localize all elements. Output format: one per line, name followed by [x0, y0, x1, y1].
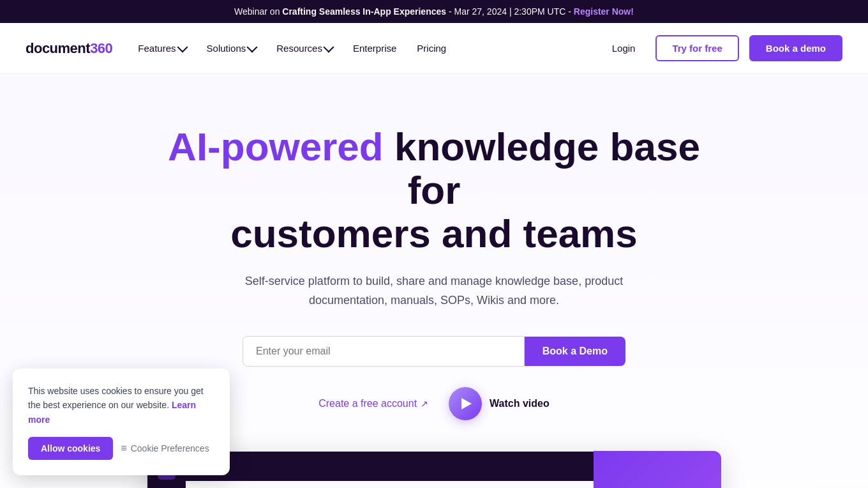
cookie-buttons: Allow cookies ≡ Cookie Preferences — [28, 437, 214, 460]
play-button-circle — [449, 387, 482, 420]
app-preview: ☰ ⊞ ◎ ⚙ ◀ ▶ — [147, 451, 721, 488]
email-input[interactable] — [243, 336, 525, 367]
announcement-bold: Crafting Seamless In-App Experiences — [282, 6, 446, 17]
create-account-link[interactable]: Create a free account ↗ — [318, 398, 428, 409]
book-demo-button[interactable]: Book a demo — [749, 35, 842, 61]
play-icon — [461, 398, 472, 409]
nav-item-pricing[interactable]: Pricing — [417, 43, 446, 54]
navbar: document360 Features Solutions Resources… — [0, 23, 868, 74]
chevron-down-icon — [323, 42, 334, 53]
announcement-bar: Webinar on Crafting Seamless In-App Expe… — [0, 0, 868, 23]
nav-item-features[interactable]: Features — [138, 43, 186, 54]
external-link-icon: ↗ — [421, 399, 428, 409]
cookie-preferences-button[interactable]: ≡ Cookie Preferences — [121, 443, 209, 454]
chevron-down-icon — [177, 42, 188, 53]
navbar-left: document360 Features Solutions Resources… — [26, 40, 446, 57]
announcement-prefix: Webinar on — [234, 6, 280, 17]
login-button[interactable]: Login — [602, 38, 646, 59]
hero-title: AI-powered knowledge base for customers … — [147, 125, 721, 256]
announcement-cta[interactable]: Register Now! — [574, 6, 634, 17]
floating-panel: knowledge base — [594, 451, 721, 488]
cookie-text: This website uses cookies to ensure you … — [28, 384, 214, 427]
nav-item-solutions[interactable]: Solutions — [207, 43, 257, 54]
logo-text: document360 — [26, 40, 112, 57]
cookie-banner: This website uses cookies to ensure you … — [13, 369, 230, 475]
chevron-down-icon — [247, 42, 258, 53]
watch-video-button[interactable]: Watch video — [449, 387, 550, 420]
logo[interactable]: document360 — [26, 40, 112, 57]
book-demo-inline-button[interactable]: Book a Demo — [525, 337, 625, 366]
try-free-button[interactable]: Try for free — [655, 35, 738, 61]
navbar-right: Login Try for free Book a demo — [602, 35, 842, 61]
nav-item-resources[interactable]: Resources — [276, 43, 333, 54]
app-preview-wrapper: ☰ ⊞ ◎ ⚙ ◀ ▶ — [147, 451, 721, 488]
app-layout: ☰ ⊞ ◎ ⚙ ◀ ▶ — [147, 452, 721, 488]
sliders-icon: ≡ — [121, 443, 126, 454]
nav-links: Features Solutions Resources Enterprise … — [138, 43, 446, 54]
nav-item-enterprise[interactable]: Enterprise — [353, 43, 396, 54]
cta-row: Book a Demo — [243, 336, 625, 367]
hero-subtitle: Self-service platform to build, share an… — [217, 271, 651, 310]
announcement-middle: - Mar 27, 2024 | 2:30PM UTC - — [449, 6, 571, 17]
allow-cookies-button[interactable]: Allow cookies — [28, 437, 113, 460]
